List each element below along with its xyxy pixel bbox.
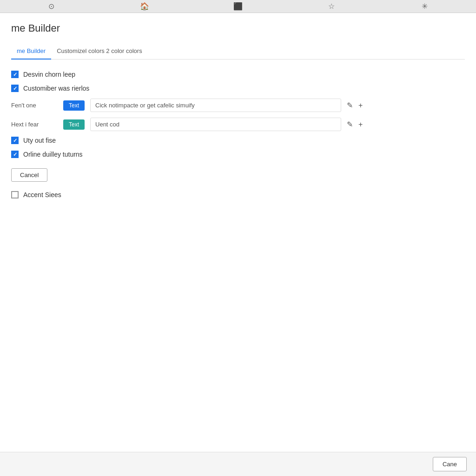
field-2-actions: ✎ + [347, 120, 363, 129]
field-1-edit-icon[interactable]: ✎ [347, 101, 353, 110]
tab-builder[interactable]: me Builder [11, 44, 51, 59]
checkbox-row-5: Accent Siees [11, 191, 465, 198]
field-1-plus-icon[interactable]: + [358, 101, 363, 110]
checkbox-2-check: ✓ [13, 86, 17, 92]
checkbox-3[interactable]: ✓ [11, 137, 19, 144]
browser-icon-star: ☆ [326, 1, 337, 12]
field-2-input[interactable] [90, 118, 341, 131]
checkbox-2[interactable]: ✓ [11, 85, 19, 92]
checkbox-1-check: ✓ [13, 72, 17, 78]
field-1-tag: Text [63, 100, 85, 111]
bottom-cancel-button[interactable]: Cane [433, 457, 467, 471]
tabs: me Builder Customizel colors 2 color col… [11, 44, 465, 60]
checkbox-3-label: Uty out fise [23, 137, 56, 144]
browser-icon-home: 🏠 [139, 1, 150, 12]
browser-icon-plus: ✳ [420, 1, 430, 12]
checkbox-2-label: Customiber was rierlos [23, 85, 89, 92]
browser-icon-1: ⊙ [46, 1, 56, 12]
checkbox-5[interactable] [11, 191, 19, 198]
field-row-2: Hext i fear Text ✎ + [11, 118, 465, 131]
checkbox-1[interactable]: ✓ [11, 71, 19, 78]
tab-colors[interactable]: Customizel colors 2 color colors [51, 44, 148, 59]
field-row-1: Fen't one Text ✎ + [11, 99, 465, 112]
checkbox-5-label: Accent Siees [23, 191, 61, 198]
checkbox-4[interactable]: ✓ [11, 151, 19, 158]
page-title: me Builder [11, 22, 465, 34]
field-2-plus-icon[interactable]: + [358, 120, 363, 129]
field-1-label: Fen't one [11, 102, 58, 109]
checkbox-row-1: ✓ Desvin chorn leep [11, 71, 465, 78]
bottom-bar: Cane [0, 452, 476, 476]
checkbox-3-check: ✓ [13, 138, 17, 144]
field-1-input[interactable] [90, 99, 341, 112]
checkbox-4-check: ✓ [13, 152, 17, 158]
checkbox-row-3: ✓ Uty out fise [11, 137, 465, 144]
browser-bar: ⊙ 🏠 ⬛ ☆ ✳ [0, 0, 476, 13]
page-container: me Builder me Builder Customizel colors … [0, 13, 476, 476]
field-2-edit-icon[interactable]: ✎ [347, 120, 353, 129]
field-1-actions: ✎ + [347, 101, 363, 110]
checkbox-4-label: Orline duilley tuturns [23, 151, 83, 158]
checkbox-1-label: Desvin chorn leep [23, 71, 75, 78]
field-2-label: Hext i fear [11, 121, 58, 128]
field-2-tag: Text [63, 119, 85, 130]
cancel-button[interactable]: Cancel [11, 168, 47, 182]
checkbox-row-2: ✓ Customiber was rierlos [11, 85, 465, 92]
checkbox-row-4: ✓ Orline duilley tuturns [11, 151, 465, 158]
browser-icon-square: ⬛ [233, 1, 243, 12]
